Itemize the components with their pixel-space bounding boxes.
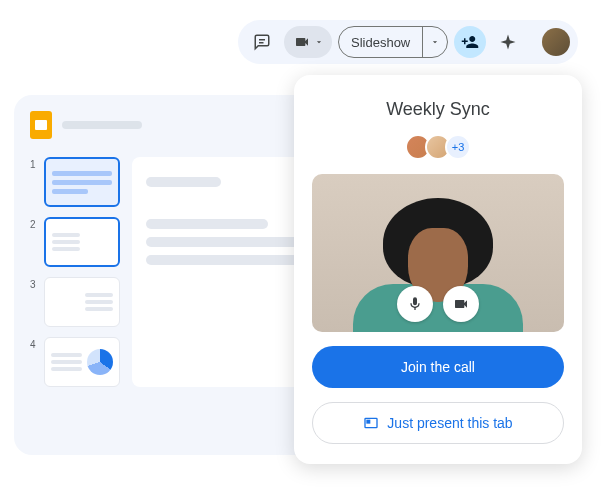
slide-thumbnail-2[interactable] xyxy=(44,217,120,267)
present-tab-label: Just present this tab xyxy=(387,415,512,431)
thumb-number: 3 xyxy=(30,277,38,290)
gemini-button[interactable] xyxy=(492,26,524,58)
slide-thumbnail-1[interactable] xyxy=(44,157,120,207)
slides-logo-icon xyxy=(30,111,52,139)
thumb-number: 2 xyxy=(30,217,38,230)
present-tab-icon xyxy=(363,415,379,431)
participants-more-count: +3 xyxy=(445,134,471,160)
slide-thumbnail-4[interactable] xyxy=(44,337,120,387)
thumb-row: 1 xyxy=(30,157,120,207)
top-toolbar: Slideshow xyxy=(238,20,578,64)
sparkle-icon xyxy=(499,33,517,51)
meet-camera-button[interactable] xyxy=(284,26,332,58)
participants-row[interactable]: +3 xyxy=(405,134,471,160)
filmstrip: 1 2 3 4 xyxy=(30,157,120,387)
thumb-row: 3 xyxy=(30,277,120,327)
account-avatar[interactable] xyxy=(542,28,570,56)
caret-down-icon xyxy=(430,37,440,47)
meeting-title: Weekly Sync xyxy=(386,99,490,120)
slideshow-button[interactable]: Slideshow xyxy=(339,27,423,57)
thumb-number: 1 xyxy=(30,157,38,170)
video-camera-icon xyxy=(294,34,310,50)
caret-down-icon xyxy=(314,37,324,47)
person-add-icon xyxy=(461,33,479,51)
video-controls xyxy=(397,286,479,322)
camera-toggle-button[interactable] xyxy=(443,286,479,322)
comment-history-button[interactable] xyxy=(246,26,278,58)
slideshow-button-group: Slideshow xyxy=(338,26,448,58)
thumb-row: 2 xyxy=(30,217,120,267)
video-camera-icon xyxy=(453,296,469,312)
join-call-button[interactable]: Join the call xyxy=(312,346,564,388)
self-video-preview xyxy=(312,174,564,332)
mic-toggle-button[interactable] xyxy=(397,286,433,322)
slide-thumbnail-3[interactable] xyxy=(44,277,120,327)
thumb-row: 4 xyxy=(30,337,120,387)
comment-icon xyxy=(253,33,271,51)
doc-title-placeholder[interactable] xyxy=(62,121,142,129)
meet-panel: Weekly Sync +3 Join the call Just presen… xyxy=(294,75,582,464)
microphone-icon xyxy=(407,296,423,312)
share-button[interactable] xyxy=(454,26,486,58)
present-tab-button[interactable]: Just present this tab xyxy=(312,402,564,444)
thumb-number: 4 xyxy=(30,337,38,350)
svg-rect-3 xyxy=(367,420,370,423)
slideshow-dropdown-button[interactable] xyxy=(423,37,447,47)
